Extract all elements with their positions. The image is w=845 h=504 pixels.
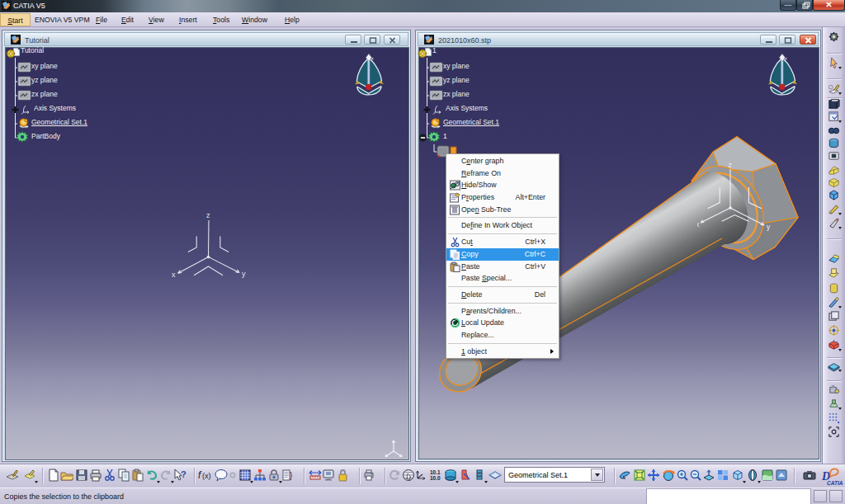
svg-text:10.0: 10.0 xyxy=(430,475,441,481)
svg-text:y: y xyxy=(767,223,771,231)
svg-text:z: z xyxy=(206,211,210,219)
svg-text:CATIA: CATIA xyxy=(827,480,843,486)
svg-text:z: z xyxy=(371,56,374,61)
svg-text:y: y xyxy=(242,270,246,278)
svg-text:}: } xyxy=(290,471,293,480)
svg-text:x: x xyxy=(172,271,176,279)
svg-text:z: z xyxy=(785,56,787,61)
svg-text:?: ? xyxy=(181,469,186,479)
svg-text:x: x xyxy=(697,220,700,228)
svg-text:10.1: 10.1 xyxy=(430,469,441,475)
svg-text:z: z xyxy=(729,163,732,169)
svg-text:(x): (x) xyxy=(202,472,211,480)
